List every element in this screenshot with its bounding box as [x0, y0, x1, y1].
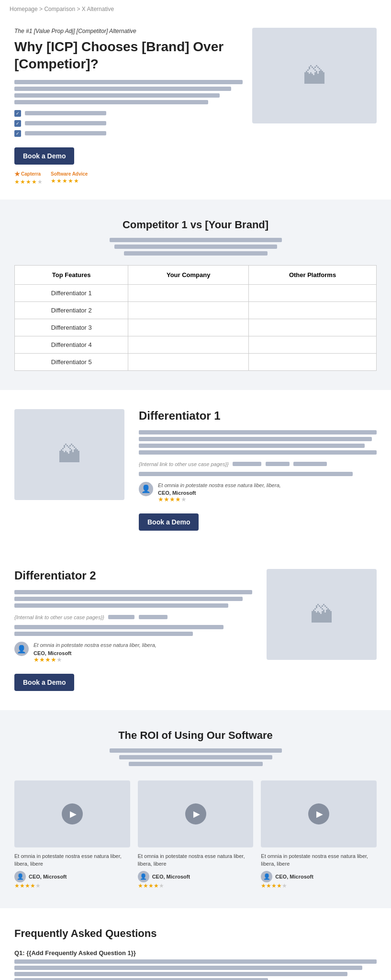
diff-1-image: 🏔: [14, 409, 124, 500]
roi-description: [14, 748, 377, 766]
video-1-author-name: CEO, Microsoft: [29, 874, 67, 880]
comparison-description: [14, 238, 377, 256]
diff-2-text-extra-2: [14, 632, 193, 636]
video-3-desc: Et omnia in potestate nostra esse natura…: [261, 852, 377, 868]
video-thumb-3[interactable]: ▶: [261, 780, 377, 847]
check-icon-2: [14, 120, 21, 127]
diff-2-link-text-2: [139, 615, 168, 619]
diff-1-testimonial-content: Et omnia in potestate nostra esse natura…: [158, 482, 281, 503]
play-button-2[interactable]: ▶: [185, 803, 206, 824]
diff-2-content: Differentiator 2 {Internal link to other…: [14, 569, 252, 690]
video-card-2: ▶ Et omnia in potestate nostra esse natu…: [138, 780, 254, 889]
video-1-stars: ★★★★★: [14, 882, 130, 889]
video-thumb-1[interactable]: ▶: [14, 780, 130, 847]
diff-1-link-text-3: [293, 462, 327, 466]
faq-question-1: Q1: {{Add Frequently Asked Question 1}}: [14, 949, 377, 957]
table-header-other-platforms: Other Platforms: [249, 265, 377, 284]
hero-eyebrow: The #1 [Value Prop Adj] [Competitor] Alt…: [14, 28, 243, 34]
hero-section: The #1 [Value Prop Adj] [Competitor] Alt…: [0, 18, 391, 200]
video-2-author-name: CEO, Microsoft: [152, 874, 190, 880]
differentiator-2-section: Differentiator 2 {Internal link to other…: [0, 550, 391, 710]
check-icon-1: [14, 110, 21, 117]
checklist-item-3: [14, 130, 243, 137]
table-header-your-company: Your Company: [128, 265, 249, 284]
diff-1-cta-button[interactable]: Book a Demo: [139, 513, 199, 531]
diff-1-title: Differentiator 1: [139, 409, 377, 423]
diff-2-title: Differentiator 2: [14, 569, 252, 582]
diff-2-testimonial-content: Et omnia in potestate nostra esse natura…: [34, 642, 156, 663]
play-button-1[interactable]: ▶: [62, 803, 83, 824]
diff-2-testimonial-text: Et omnia in potestate nostra esse natura…: [34, 642, 156, 649]
diff-2-testimonial: 👤 Et omnia in potestate nostra esse natu…: [14, 642, 252, 663]
your-company-1: [128, 284, 249, 301]
hero-image: 🏔: [252, 28, 377, 123]
video-1-author: 👤 CEO, Microsoft: [14, 871, 130, 882]
table-header-features: Top Features: [15, 265, 128, 284]
roi-videos: ▶ Et omnia in potestate nostra esse natu…: [14, 780, 377, 889]
diff-2-description: [14, 590, 252, 608]
diff-2-image-placeholder: 🏔: [310, 601, 333, 628]
video-2-author: 👤 CEO, Microsoft: [138, 871, 254, 882]
capterra-stars: ★★★★★: [14, 178, 43, 185]
video-3-author-name: CEO, Microsoft: [275, 874, 313, 880]
diff-2-image: 🏔: [267, 569, 377, 660]
hero-title: Why [ICP] Chooses [Brand] Over [Competio…: [14, 38, 243, 73]
diff-1-avatar: 👤: [139, 482, 153, 496]
diff-1-stars: ★★★★★: [158, 496, 281, 503]
faq-title: Frequently Asked Questions: [14, 927, 377, 940]
your-company-4: [128, 336, 249, 353]
hero-cta-button[interactable]: Book a Demo: [14, 147, 74, 165]
other-platform-4: [249, 336, 377, 353]
table-row: Differentiator 3: [15, 319, 377, 336]
play-button-3[interactable]: ▶: [308, 803, 329, 824]
video-thumb-2[interactable]: ▶: [138, 780, 254, 847]
hero-ratings: ★ Capterra ★★★★★ Software Advice ★★★★★: [14, 170, 243, 185]
hero-checklist: [14, 110, 243, 137]
video-3-stars: ★★★★★: [261, 882, 377, 889]
avatar-icon-2: 👤: [17, 645, 26, 654]
play-icon-3: ▶: [316, 809, 323, 819]
table-row: Differentiator 5: [15, 353, 377, 370]
diff-2-avatar: 👤: [14, 642, 29, 656]
video-card-1: ▶ Et omnia in potestate nostra esse natu…: [14, 780, 130, 889]
video-3-avatar-icon: 👤: [263, 873, 270, 880]
diff-1-internal-link-row: {Internal link to other use case pages}}: [139, 459, 377, 468]
table-row: Differentiator 1: [15, 284, 377, 301]
diff-1-internal-link: {Internal link to other use case pages}}: [139, 461, 229, 467]
your-company-5: [128, 353, 249, 370]
diff-1-link-text-2: [266, 462, 290, 466]
other-platform-3: [249, 319, 377, 336]
diff-1-text-extra: [139, 472, 353, 476]
capterra-logo: ★ Capterra: [14, 170, 41, 178]
diff-1-testimonial: 👤 Et omnia in potestate nostra esse natu…: [139, 482, 377, 503]
feature-5: Differentiator 5: [15, 353, 128, 370]
diff-1-link-text-1: [233, 462, 261, 466]
diff-2-internal-link: {Internal link to other use case pages}}: [14, 614, 104, 620]
faq-answer-1: [14, 959, 377, 980]
diff-2-internal-link-row: {Internal link to other use case pages}}: [14, 612, 252, 621]
diff-1-testimonial-author: CEO, Microsoft: [158, 490, 281, 496]
other-platform-5: [249, 353, 377, 370]
table-row: Differentiator 4: [15, 336, 377, 353]
play-icon-1: ▶: [70, 809, 77, 819]
your-company-3: [128, 319, 249, 336]
image-placeholder-icon: 🏔: [303, 63, 326, 89]
diff-2-stars: ★★★★★: [34, 656, 156, 663]
feature-3: Differentiator 3: [15, 319, 128, 336]
video-1-desc: Et omnia in potestate nostra esse natura…: [14, 852, 130, 868]
feature-4: Differentiator 4: [15, 336, 128, 353]
check-icon-3: [14, 130, 21, 137]
checklist-item-1: [14, 110, 243, 117]
diff-2-text-extra-1: [14, 625, 223, 629]
other-platform-2: [249, 301, 377, 319]
faq-item-1: Q1: {{Add Frequently Asked Question 1}}: [14, 949, 377, 980]
checklist-item-2: [14, 120, 243, 127]
differentiator-1-section: 🏔 Differentiator 1 {Internal link to oth…: [0, 390, 391, 550]
diff-2-cta-button[interactable]: Book a Demo: [14, 674, 74, 691]
feature-1: Differentiator 1: [15, 284, 128, 301]
feature-2: Differentiator 2: [15, 301, 128, 319]
diff-2-testimonial-author: CEO, Microsoft: [34, 650, 156, 656]
roi-section: The ROI of Using Our Software ▶ Et omnia…: [0, 710, 391, 908]
video-card-3: ▶ Et omnia in potestate nostra esse natu…: [261, 780, 377, 889]
other-platform-1: [249, 284, 377, 301]
